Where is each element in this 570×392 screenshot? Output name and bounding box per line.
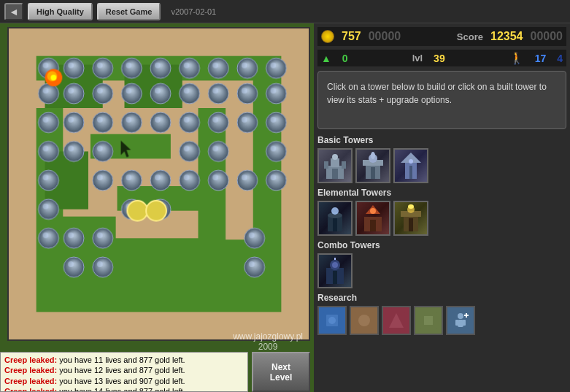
elemental-tower-2-inner [357, 202, 389, 234]
elemental-tower-2[interactable] [355, 201, 390, 236]
log-line-1: Creep leaked: you have 11 lives and 877 … [4, 355, 244, 365]
research-btn-2[interactable] [350, 306, 379, 335]
sub-stats-row: ▲ 0 lvl 39 🚶 174 [317, 50, 566, 66]
elemental-towers-section: Elemental Towers [317, 188, 566, 236]
svg-point-5 [332, 154, 338, 160]
score-value: 12354 [490, 30, 523, 43]
basic-tower-row [317, 148, 566, 183]
svg-point-27 [408, 204, 414, 209]
lvl-label: lvl [412, 53, 423, 64]
svg-point-30 [332, 262, 338, 268]
gold-icon [321, 30, 334, 43]
research-btn-4[interactable] [414, 306, 443, 335]
next-level-label: NextLevel [270, 362, 293, 383]
elemental-tower-3-inner [395, 202, 427, 234]
basic-towers-label: Basic Towers [317, 135, 566, 145]
svg-rect-2 [342, 161, 346, 169]
log-label-2: Creep leaked: [4, 366, 57, 374]
score-dim: 00000 [531, 30, 563, 43]
svg-point-17 [331, 207, 339, 215]
log-text-2: you have 12 lives and 877 gold left. [59, 366, 185, 374]
income-value: 0 [342, 53, 348, 64]
basic-tower-2[interactable] [355, 148, 390, 183]
elemental-tower-1[interactable] [317, 201, 353, 236]
elemental-tower-1-inner [319, 202, 351, 234]
research-btn-5-inner [447, 307, 474, 334]
combo-tower-row [317, 253, 566, 288]
svg-point-10 [371, 152, 375, 159]
log-label-1: Creep leaked: [4, 356, 57, 364]
basic-tower-3[interactable] [393, 148, 428, 183]
info-text: Click on a tower below to build or click… [327, 80, 557, 107]
basic-tower-2-inner [357, 150, 389, 182]
lives-icon: 🚶 [509, 51, 524, 65]
version-text: v2007-02-01 [171, 7, 216, 16]
game-area[interactable]: www.jajozglowy.pl 2009 Creep leaked: you… [0, 23, 314, 392]
combo-towers-section: Combo Towers [317, 240, 566, 288]
main-area: www.jajozglowy.pl 2009 Creep leaked: you… [0, 23, 570, 392]
map-canvas[interactable] [7, 27, 310, 341]
combo-tower-1[interactable] [317, 253, 353, 288]
svg-rect-22 [370, 220, 376, 231]
right-panel: 75700000 Score 1235400000 ▲ 0 lvl 39 🚶 1… [314, 23, 570, 392]
svg-rect-9 [371, 167, 375, 179]
log-line-3: Creep leaked: you have 13 lives and 907 … [4, 376, 244, 386]
svg-rect-18 [333, 218, 337, 231]
log-text-1: you have 11 lives and 877 gold left. [59, 356, 185, 364]
elemental-tower-row [317, 201, 566, 236]
research-btn-2-inner [351, 307, 377, 334]
log-label-4: Creep leaked: [4, 387, 57, 392]
log-text-3: you have 13 lives and 907 gold left. [59, 377, 185, 385]
svg-point-21 [370, 208, 376, 214]
back-button[interactable]: ◄ [4, 3, 23, 20]
research-btn-3-inner [383, 307, 409, 334]
stats-row: 75700000 Score 1235400000 [317, 27, 566, 46]
svg-rect-26 [409, 218, 413, 231]
next-level-button[interactable]: NextLevel [252, 352, 310, 392]
gold-value: 757 [342, 30, 361, 43]
svg-point-35 [328, 317, 336, 324]
svg-point-37 [358, 315, 370, 326]
lives-value: 17 [535, 53, 547, 64]
lives-dim: 4 [557, 53, 563, 64]
elemental-towers-label: Elemental Towers [317, 188, 566, 198]
income-arrow: ▲ [321, 53, 331, 64]
info-box: Click on a tower below to build or click… [317, 71, 566, 129]
research-row [317, 306, 566, 335]
svg-point-14 [409, 159, 413, 164]
research-btn-1[interactable] [317, 306, 347, 335]
reset-button[interactable]: Reset Game [97, 3, 161, 20]
basic-tower-3-inner [395, 150, 427, 182]
svg-rect-41 [424, 316, 433, 325]
log-text-4: you have 14 lives and 877 gold left. [59, 387, 185, 392]
basic-towers-section: Basic Towers [317, 135, 566, 183]
svg-rect-1 [324, 161, 328, 169]
svg-rect-31 [333, 271, 337, 284]
research-label: Research [317, 293, 566, 303]
research-btn-1-inner [319, 307, 345, 334]
watermark-line2: 2009 [233, 342, 303, 352]
lvl-value: 39 [434, 53, 445, 64]
svg-rect-13 [409, 166, 412, 179]
research-btn-5[interactable] [446, 306, 475, 335]
quality-button[interactable]: High Quality [28, 3, 93, 20]
combo-towers-label: Combo Towers [317, 240, 566, 250]
log-line-2: Creep leaked: you have 12 lives and 877 … [4, 365, 244, 375]
combo-tower-1-inner [319, 255, 351, 287]
elemental-tower-3[interactable] [393, 201, 428, 236]
back-icon: ◄ [9, 6, 19, 18]
basic-tower-1-inner [319, 150, 351, 182]
research-btn-3[interactable] [382, 306, 411, 335]
svg-rect-44 [458, 320, 463, 327]
research-btn-4-inner [415, 307, 442, 334]
log-area: Creep leaked: you have 11 lives and 877 … [0, 352, 248, 392]
gold-dim: 00000 [369, 30, 401, 43]
svg-point-43 [458, 313, 463, 319]
log-label-3: Creep leaked: [4, 377, 57, 385]
research-section: Research [317, 293, 566, 335]
svg-rect-45 [455, 320, 458, 326]
svg-rect-46 [463, 320, 466, 326]
svg-rect-4 [332, 169, 338, 179]
basic-tower-1[interactable] [317, 148, 353, 183]
top-bar: ◄ High Quality Reset Game v2007-02-01 [0, 0, 570, 23]
